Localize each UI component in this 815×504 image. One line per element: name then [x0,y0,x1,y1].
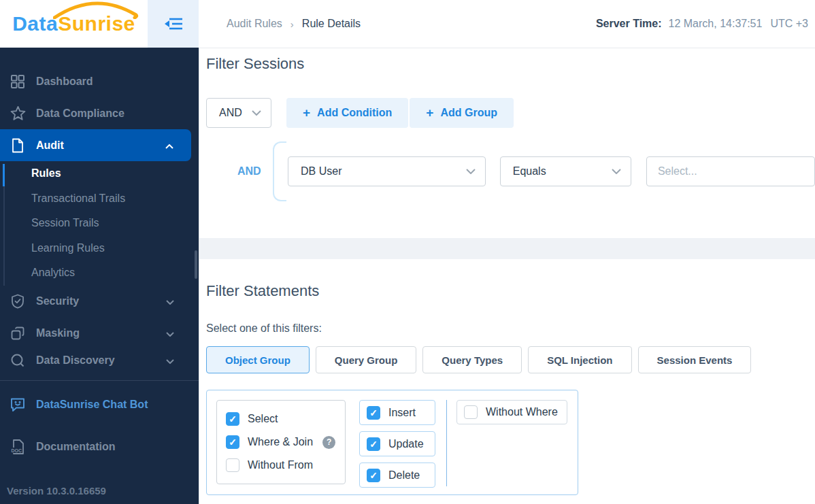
document-icon [10,137,26,154]
server-time-zone: UTC +3 [770,18,808,30]
sidebar-item-security[interactable]: Security [0,286,199,318]
select-options-box: Select Where & Join ? Without From [216,400,346,484]
sidebar-divider [0,380,199,381]
shield-check-icon [10,293,26,309]
sidebar-subitem-analytics[interactable]: Analytics [0,261,199,286]
where-join-checkbox[interactable] [226,435,239,449]
add-condition-button[interactable]: + Add Condition [286,98,408,128]
without-where-checkbox[interactable] [464,405,478,419]
filter-statements-subtitle: Select one of this filters: [206,322,815,335]
tab-query-types[interactable]: Query Types [422,346,522,373]
logo[interactable]: DataSunrise [0,0,148,48]
dashboard-grid-icon [10,73,26,90]
masking-icon [10,325,26,341]
checkbox-box-update: Update [359,431,435,456]
star-icon [10,105,26,122]
section-separator [199,238,815,259]
server-time-label: Server Time: [596,18,662,30]
audit-submenu: Rules Transactional Trails Session Trail… [0,161,199,286]
filter-statements-section: Filter Statements Select one of this fil… [199,282,815,495]
delete-checkbox[interactable] [367,469,380,482]
condition-value-input[interactable] [646,156,815,186]
object-group-panel: Select Where & Join ? Without From [206,390,578,495]
condition-group-bracket [273,141,286,201]
active-indicator-bar [3,164,5,186]
tree-line [3,186,5,286]
server-time-value: 12 March, 14:37:51 [669,18,763,30]
filter-statements-title: Filter Statements [206,282,815,300]
outdent-icon [163,16,184,31]
help-icon[interactable]: ? [322,436,335,449]
sidebar-subitem-session-trails[interactable]: Session Trails [0,211,199,236]
chevron-down-icon [252,110,261,116]
filter-sessions-title: Filter Sessions [206,48,815,73]
checkbox-box-without-where: Without Where [456,400,567,424]
filter-type-tabs: Object Group Query Group Query Types SQL… [206,346,815,373]
chevron-down-icon [466,169,476,174]
breadcrumb-current: Rule Details [302,18,361,30]
condition-operator-select[interactable]: Equals [500,156,631,186]
dml-options-column: Insert Update Delete [359,400,435,488]
checkbox-row-where-join: Where & Join ? [226,431,336,454]
main-content: Filter Sessions AND + Add Condition + Ad… [199,48,815,504]
breadcrumb-separator: › [290,18,294,30]
chevron-down-icon [166,295,174,307]
condition-field-select[interactable]: DB User [288,156,486,186]
sidebar-item-audit[interactable]: Audit [0,129,191,161]
panel-divider [446,400,447,486]
breadcrumb-parent[interactable]: Audit Rules [227,18,282,30]
tab-query-group[interactable]: Query Group [316,346,417,373]
chevron-down-icon [166,354,174,367]
chat-bot-icon [10,397,26,413]
condition-row: AND DB User Equals [206,141,815,201]
tab-sql-injection[interactable]: SQL Injection [528,346,631,373]
version-label: Version 10.3.0.16659 [7,485,106,497]
sidebar-collapse-button[interactable] [148,0,199,48]
sidebar-item-chat-bot[interactable]: DataSunrise Chat Bot [0,389,199,421]
sidebar-scrollbar[interactable] [195,250,197,279]
breadcrumb: Audit Rules › Rule Details [227,0,361,48]
sidebar-item-data-discovery[interactable]: Data Discovery [0,350,199,372]
sidebar-subitem-rules[interactable]: Rules [0,161,199,186]
sidebar-subitem-learning-rules[interactable]: Learning Rules [0,236,199,261]
tab-session-events[interactable]: Session Events [638,346,752,373]
add-group-button[interactable]: + Add Group [410,98,514,128]
sidebar: Dashboard Data Compliance Audit [0,48,199,504]
server-time: Server Time: 12 March, 14:37:51 UTC +3 [596,0,808,48]
plus-icon: + [303,105,310,120]
logic-operator-select[interactable]: AND [206,98,271,128]
search-icon [10,352,26,369]
sidebar-item-masking[interactable]: Masking [0,318,199,350]
without-from-checkbox[interactable] [226,458,239,472]
logo-text: DataSunrise [12,12,135,35]
sidebar-item-data-compliance[interactable]: Data Compliance [0,97,199,129]
condition-connector-label: AND [237,165,263,178]
plus-icon: + [426,105,433,120]
select-checkbox[interactable] [226,412,239,426]
filter-sessions-controls: AND + Add Condition + Add Group [206,98,815,128]
doc-file-icon: DOC [10,439,26,455]
sidebar-item-dashboard[interactable]: Dashboard [0,65,199,97]
chevron-down-icon [166,327,174,339]
filter-sessions-section: Filter Sessions AND + Add Condition + Ad… [199,48,815,201]
tab-object-group[interactable]: Object Group [206,346,310,373]
insert-checkbox[interactable] [367,406,380,420]
checkbox-box-insert: Insert [359,400,435,425]
checkbox-row-select: Select [226,407,336,431]
top-bar: DataSunrise Audit Rules › Rule Details S… [0,0,815,48]
svg-text:DOC: DOC [12,448,22,453]
sidebar-item-documentation[interactable]: DOC Documentation [0,431,199,463]
sidebar-subitem-transactional-trails[interactable]: Transactional Trails [0,186,199,212]
checkbox-row-without-from: Without From [226,454,336,477]
update-checkbox[interactable] [367,437,380,451]
chevron-down-icon [612,169,621,174]
chevron-up-icon [165,139,173,152]
checkbox-box-delete: Delete [359,463,435,488]
